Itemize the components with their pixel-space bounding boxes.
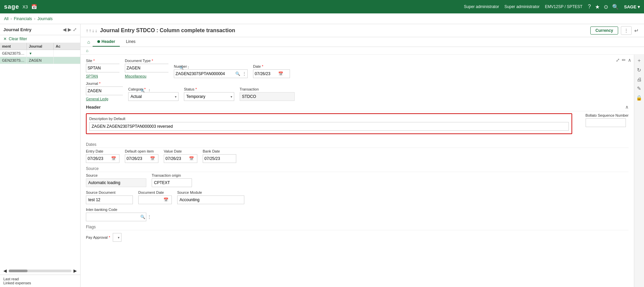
sidebar-prev[interactable]: ◀ — [63, 27, 66, 32]
right-panel-pencil-icon[interactable]: ✎ — [637, 85, 641, 92]
entry-date-input[interactable] — [86, 155, 110, 163]
site-link[interactable]: SPTAN — [86, 74, 119, 78]
document-type-input[interactable] — [125, 64, 178, 72]
journal-field: Journal 🔍 ⋮ General Ledg — [86, 81, 123, 101]
source-row-2: Source Document Document Date 📅 Source M… — [86, 190, 629, 204]
list-item[interactable]: GEN2307SPTAN000004 ▼ — [0, 50, 80, 57]
description-group: Description by Default — [86, 113, 572, 138]
nav-down-bottom[interactable]: ↓ — [95, 28, 97, 33]
user1-label[interactable]: Super administrator — [464, 4, 499, 9]
sub-home-icon[interactable]: ⌂ — [86, 48, 88, 53]
category-select[interactable]: Actual Budget Simulation — [128, 92, 179, 101]
journal-link[interactable]: General Ledg — [86, 97, 123, 101]
apps-icon[interactable]: ⊙ — [604, 4, 608, 10]
default-open-item-input[interactable] — [125, 155, 149, 163]
right-panel-refresh-icon[interactable]: ↻ — [637, 67, 641, 73]
source-document-input[interactable] — [86, 195, 133, 204]
document-date-calendar-icon[interactable]: 📅 — [162, 197, 170, 202]
breadcrumb-journals[interactable]: Journals — [37, 16, 52, 21]
right-panel-print-icon[interactable]: 🖨 — [637, 76, 642, 82]
favorites-icon[interactable]: ★ — [595, 4, 600, 10]
sage-menu[interactable]: SAGE ▾ — [624, 4, 640, 9]
edit-icon[interactable]: ✏ — [622, 57, 626, 63]
inter-banking-search-icon[interactable]: 🔍 — [139, 215, 146, 219]
default-open-item-calendar-icon[interactable]: 📅 — [149, 156, 156, 161]
nav-down[interactable]: ↓ — [92, 28, 94, 33]
bollato-label: Bollato Sequence Number — [586, 113, 629, 117]
currency-button[interactable]: Currency — [590, 26, 618, 35]
scroll-right[interactable]: ▶ — [73, 268, 77, 273]
breadcrumb-all[interactable]: All — [4, 16, 8, 21]
app-version: X3 — [22, 4, 28, 9]
site-field: Site 🔍 ⋮ SPTAN — [86, 59, 119, 78]
transaction-input — [240, 92, 295, 101]
cell-3 — [54, 57, 80, 64]
nav-up-top[interactable]: ↑ — [86, 28, 88, 33]
sidebar-title: Journal Entry — [3, 27, 32, 32]
number-more-icon[interactable]: ⋮ — [241, 71, 247, 76]
category-field: Category Actual Budget Simulation — [128, 87, 179, 101]
calendar-icon[interactable]: 📅 — [31, 4, 37, 9]
nav-up[interactable]: ↑ — [89, 28, 91, 33]
source-row-1: Source Transaction origin — [86, 173, 629, 187]
inter-banking-input[interactable] — [86, 213, 139, 221]
flags-title: Flags — [86, 225, 629, 230]
document-type-field: Document Type 🔍 ⋮ Miscellaneou — [125, 59, 168, 78]
exit-button[interactable]: ↵ — [634, 27, 639, 34]
pay-approval-select[interactable] — [113, 233, 121, 242]
description-input[interactable] — [89, 122, 569, 131]
number-search-icon[interactable]: 🔍 — [234, 71, 241, 76]
bank-date-label: Bank Date — [203, 149, 236, 153]
document-date-field: Document Date 📅 — [138, 190, 172, 204]
default-open-item-field: Default open item 📅 — [125, 149, 158, 163]
transaction-field: Transaction — [240, 87, 295, 101]
transaction-origin-input[interactable] — [152, 178, 192, 187]
col-header-3: Ac — [54, 43, 80, 50]
clear-filter-label[interactable]: Clear filter — [9, 37, 27, 41]
right-panel-add-icon[interactable]: ＋ — [637, 57, 642, 64]
cell-3 — [54, 50, 80, 57]
entry-date-field: Entry Date 📅 — [86, 149, 119, 163]
cell-2: ZAGEN — [27, 57, 54, 64]
sidebar-next[interactable]: ▶ — [68, 27, 71, 32]
date-calendar-icon[interactable]: 📅 — [277, 71, 285, 76]
tab-header[interactable]: Header — [93, 37, 120, 47]
user2-label[interactable]: Super administrator — [504, 4, 540, 9]
source-input — [86, 178, 146, 187]
sage-logo: sage — [4, 3, 19, 10]
collapse-icon[interactable]: ∧ — [628, 57, 631, 63]
home-icon[interactable]: ⌂ — [86, 37, 91, 47]
date-input[interactable] — [253, 70, 277, 78]
sidebar-expand[interactable]: ⤢ — [73, 27, 77, 32]
status-label: Status — [184, 87, 234, 91]
env-label[interactable]: EMV12SP / SPTEST — [545, 4, 583, 9]
header-section-toggle[interactable]: ∧ — [625, 104, 629, 110]
tab-lines[interactable]: Lines — [121, 37, 140, 47]
source-module-input[interactable] — [177, 195, 244, 204]
inter-banking-more-icon[interactable]: ⋮ — [146, 215, 152, 219]
status-select[interactable]: Temporary Definitive Simulated — [184, 92, 234, 101]
entry-date-calendar-icon[interactable]: 📅 — [110, 156, 117, 161]
number-input[interactable] — [174, 70, 234, 78]
dates-row: Entry Date 📅 Default open item 📅 — [86, 149, 629, 163]
value-date-input[interactable] — [164, 155, 188, 163]
expand-icon[interactable]: ⤢ — [616, 57, 620, 63]
document-date-input[interactable] — [139, 196, 162, 204]
right-panel-lock-icon[interactable]: 🔒 — [636, 95, 642, 101]
breadcrumb-financials[interactable]: Financials — [14, 16, 32, 21]
list-item[interactable]: GEN2307SPTAN000004 ZAGEN — [0, 57, 80, 64]
form-row-1: Site 🔍 ⋮ SPTAN Document Type 🔍 — [86, 59, 629, 78]
bollato-input[interactable] — [586, 118, 626, 127]
source-field: Source — [86, 173, 146, 187]
title-bar: ↑ ↑ ↓ ↓ Journal Entry STDCO : Column com… — [81, 24, 644, 37]
value-date-calendar-icon[interactable]: 📅 — [188, 156, 195, 161]
help-icon[interactable]: ? — [588, 4, 591, 10]
scroll-left[interactable]: ◀ — [3, 268, 7, 273]
search-icon[interactable]: 🔍 — [612, 4, 619, 10]
document-type-link[interactable]: Miscellaneou — [125, 74, 168, 78]
sub-nav: ⌂ — [81, 47, 644, 55]
more-options-button[interactable]: ⋮ — [621, 26, 632, 35]
bank-date-input[interactable] — [203, 155, 227, 163]
cell-1: GEN2307SPTAN000004 — [0, 57, 27, 64]
form-area: ⤢ ✏ ∧ Site 🔍 ⋮ SPTAN — [81, 55, 634, 287]
